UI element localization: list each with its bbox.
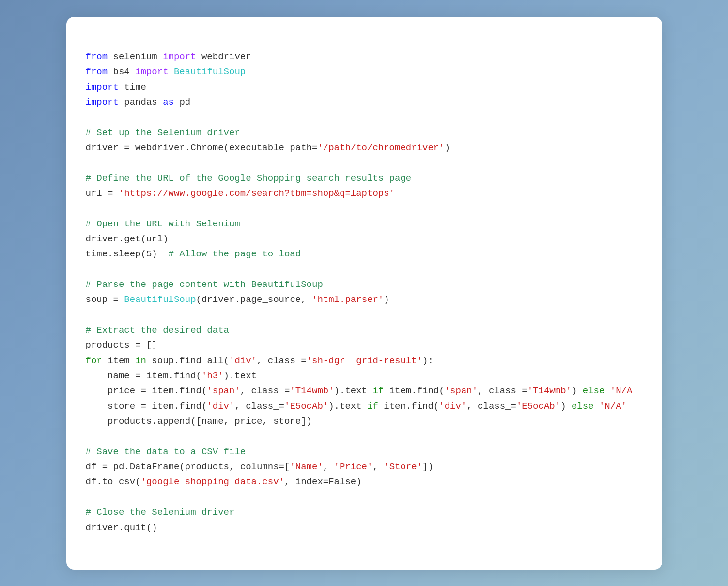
code-container: from selenium import webdriver from bs4 … — [66, 17, 662, 570]
code-block: from selenium import webdriver from bs4 … — [86, 34, 643, 551]
code-line-1: from selenium import webdriver from bs4 … — [86, 51, 638, 533]
